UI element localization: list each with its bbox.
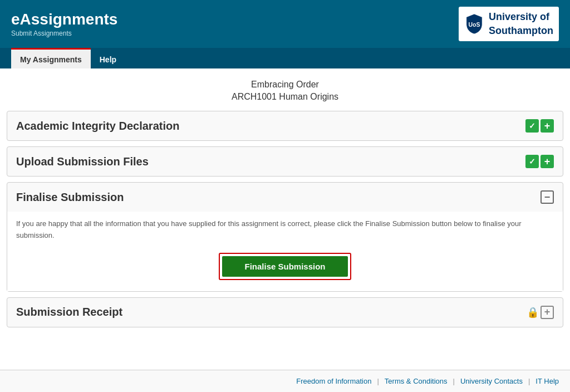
section-submission-receipt: Submission Receipt 🔒 + <box>7 297 563 327</box>
expand-icon-submission-receipt: + <box>540 306 554 319</box>
accordion-header-academic-integrity[interactable]: Academic Integrity Declaration ✓ + <box>7 111 563 140</box>
page-header: Embracing Order ARCH1001 Human Origins <box>7 80 563 102</box>
site-header: eAssignments Submit Assignments UoS Univ… <box>0 0 570 48</box>
main-content: Embracing Order ARCH1001 Human Origins A… <box>0 68 570 370</box>
footer-link-terms-conditions[interactable]: Terms & Conditions <box>385 377 448 385</box>
university-name: University of Southampton <box>489 10 553 38</box>
section-icons-submission-receipt: 🔒 + <box>527 306 554 319</box>
svg-text:UoS: UoS <box>469 22 480 28</box>
university-name-line1: University of <box>489 10 553 24</box>
accordion-header-upload-submission[interactable]: Upload Submission Files ✓ + <box>7 147 563 176</box>
accordion-body-finalise-submission: If you are happy that all the informatio… <box>7 212 563 291</box>
app-title: eAssignments <box>11 11 117 28</box>
finalise-submission-button[interactable]: Finalise Submission <box>222 256 347 277</box>
footer-link-university-contacts[interactable]: University Contacts <box>460 377 523 385</box>
nav-my-assignments[interactable]: My Assignments <box>11 48 91 68</box>
footer-separator-2: | <box>453 377 455 385</box>
assignment-name: ARCH1001 Human Origins <box>7 92 563 102</box>
section-icons-finalise-submission: − <box>540 190 554 204</box>
section-icons-academic-integrity: ✓ + <box>525 119 554 133</box>
collapse-icon-finalise-submission[interactable]: − <box>540 190 554 204</box>
app-subtitle: Submit Assignments <box>11 30 117 37</box>
expand-icon-academic-integrity[interactable]: + <box>540 119 554 133</box>
nav-help[interactable]: Help <box>91 50 125 68</box>
section-title-finalise-submission: Finalise Submission <box>16 191 124 204</box>
check-icon-upload-submission: ✓ <box>525 155 539 168</box>
section-academic-integrity: Academic Integrity Declaration ✓ + <box>7 111 563 141</box>
finalise-description: If you are happy that all the informatio… <box>16 218 554 242</box>
finalise-button-highlight: Finalise Submission <box>219 253 351 280</box>
section-finalise-submission: Finalise Submission − If you are happy t… <box>7 182 563 292</box>
app-branding: eAssignments Submit Assignments <box>11 11 117 37</box>
university-logo-area: UoS University of Southampton <box>459 7 559 41</box>
footer-separator-3: | <box>528 377 530 385</box>
section-upload-submission: Upload Submission Files ✓ + <box>7 146 563 177</box>
footer-separator-1: | <box>377 377 379 385</box>
footer-link-it-help[interactable]: IT Help <box>535 377 559 385</box>
section-icons-upload-submission: ✓ + <box>525 155 554 168</box>
accordion-header-submission-receipt: Submission Receipt 🔒 + <box>7 298 563 327</box>
check-icon-academic-integrity: ✓ <box>525 119 539 133</box>
assignment-group: Embracing Order <box>7 80 563 90</box>
accordion-header-finalise-submission[interactable]: Finalise Submission − <box>7 183 563 212</box>
footer-link-freedom-of-information[interactable]: Freedom of Information <box>296 377 371 385</box>
lock-icon-submission-receipt: 🔒 <box>527 306 539 318</box>
section-title-upload-submission: Upload Submission Files <box>16 155 149 168</box>
site-footer: Freedom of Information | Terms & Conditi… <box>0 370 570 392</box>
expand-icon-upload-submission[interactable]: + <box>540 155 554 168</box>
shield-icon: UoS <box>464 13 484 35</box>
university-logo: UoS University of Southampton <box>464 10 553 38</box>
footer-links: Freedom of Information | Terms & Conditi… <box>11 377 559 385</box>
university-name-line2: Southampton <box>489 24 553 38</box>
main-nav: My Assignments Help <box>0 48 570 68</box>
finalise-button-wrapper: Finalise Submission <box>16 253 554 280</box>
section-title-submission-receipt: Submission Receipt <box>16 306 122 318</box>
section-title-academic-integrity: Academic Integrity Declaration <box>16 120 179 133</box>
